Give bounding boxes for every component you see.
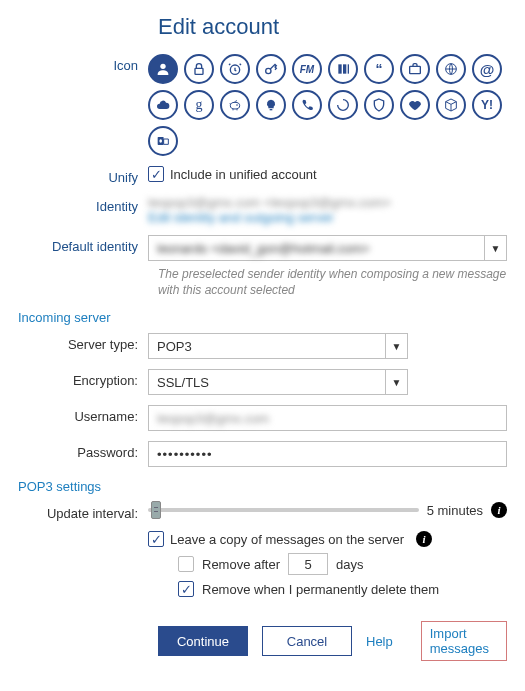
info-icon[interactable]: i <box>416 531 432 547</box>
svg-point-0 <box>160 64 165 69</box>
import-messages-link[interactable]: Import messages <box>421 621 507 661</box>
svg-point-13 <box>159 139 162 142</box>
default-identity-value: leonardo <david_gon@hotmail.com> <box>149 241 484 256</box>
username-field[interactable]: leopop3@gmx.com <box>148 405 507 431</box>
cancel-button[interactable]: Cancel <box>262 626 352 656</box>
at-icon[interactable]: @ <box>472 54 502 84</box>
g-icon[interactable]: g <box>184 90 214 120</box>
identity-value: leopop3@gmx.com <leopop3@gmx.com> <box>148 195 507 210</box>
fm-icon[interactable]: FM <box>292 54 322 84</box>
svg-point-9 <box>230 102 239 109</box>
chevron-down-icon[interactable]: ▼ <box>385 334 407 358</box>
leave-copy-label: Leave a copy of messages on the server <box>170 532 404 547</box>
svg-point-3 <box>266 68 271 73</box>
svg-rect-6 <box>348 64 349 73</box>
chevron-down-icon[interactable]: ▼ <box>484 236 506 260</box>
continue-button[interactable]: Continue <box>158 626 248 656</box>
slider-thumb[interactable] <box>151 501 161 519</box>
cloud-icon[interactable] <box>148 90 178 120</box>
chevron-down-icon[interactable]: ▼ <box>385 370 407 394</box>
label-update-interval: Update interval: <box>18 502 148 521</box>
quote-icon[interactable]: “ <box>364 54 394 84</box>
unify-label: Include in unified account <box>170 167 317 182</box>
leave-copy-checkbox[interactable]: ✓ <box>148 531 164 547</box>
globe-icon[interactable] <box>436 54 466 84</box>
help-link[interactable]: Help <box>366 634 393 649</box>
shield-icon[interactable] <box>364 90 394 120</box>
pop3-settings-heading[interactable]: POP3 settings <box>18 479 101 494</box>
yahoo-icon[interactable]: Y! <box>472 90 502 120</box>
encryption-value: SSL/TLS <box>149 375 385 390</box>
remove-after-after: days <box>336 557 363 572</box>
edit-identity-link[interactable]: Edit identity and outgoing server <box>148 210 507 225</box>
alarm-icon[interactable] <box>220 54 250 84</box>
label-unify: Unify <box>18 166 148 185</box>
update-interval-value: 5 minutes <box>427 503 483 518</box>
svg-rect-7 <box>410 66 421 73</box>
label-encryption: Encryption: <box>18 369 148 388</box>
incoming-server-heading[interactable]: Incoming server <box>18 310 110 325</box>
piggy-icon[interactable] <box>220 90 250 120</box>
password-field[interactable]: •••••••••• <box>148 441 507 467</box>
default-identity-combo[interactable]: leonardo <david_gon@hotmail.com> ▼ <box>148 235 507 261</box>
encryption-combo[interactable]: SSL/TLS ▼ <box>148 369 408 395</box>
unify-checkbox[interactable]: ✓ <box>148 166 164 182</box>
phone-icon[interactable] <box>292 90 322 120</box>
label-username: Username: <box>18 405 148 424</box>
logo-icon[interactable] <box>328 54 358 84</box>
outlook-icon[interactable] <box>148 126 178 156</box>
remove-after-checkbox[interactable]: ✓ <box>178 556 194 572</box>
page-title: Edit account <box>158 14 507 40</box>
briefcase-icon[interactable] <box>400 54 430 84</box>
svg-rect-4 <box>338 64 341 73</box>
label-default-identity: Default identity <box>18 235 148 254</box>
person-icon[interactable] <box>148 54 178 84</box>
default-identity-helper: The preselected sender identity when com… <box>158 267 507 298</box>
key-icon[interactable] <box>256 54 286 84</box>
remove-after-days-field[interactable]: 5 <box>288 553 328 575</box>
cube-icon[interactable] <box>436 90 466 120</box>
label-server-type: Server type: <box>18 333 148 352</box>
loading-icon[interactable] <box>328 90 358 120</box>
info-icon[interactable]: i <box>491 502 507 518</box>
svg-point-10 <box>237 105 238 106</box>
label-icon: Icon <box>18 54 148 73</box>
remove-delete-checkbox[interactable]: ✓ <box>178 581 194 597</box>
update-interval-slider[interactable] <box>148 508 419 512</box>
server-type-value: POP3 <box>149 339 385 354</box>
lock-icon[interactable] <box>184 54 214 84</box>
svg-rect-5 <box>343 64 346 73</box>
label-password: Password: <box>18 441 148 460</box>
server-type-combo[interactable]: POP3 ▼ <box>148 333 408 359</box>
label-identity: Identity <box>18 195 148 214</box>
svg-rect-11 <box>270 109 273 110</box>
svg-rect-1 <box>195 68 203 74</box>
remove-after-before: Remove after <box>202 557 280 572</box>
heart-icon[interactable] <box>400 90 430 120</box>
bulb-icon[interactable] <box>256 90 286 120</box>
remove-delete-label: Remove when I permanently delete them <box>202 582 439 597</box>
icon-picker: FM “ @ g Y! <box>148 54 507 156</box>
